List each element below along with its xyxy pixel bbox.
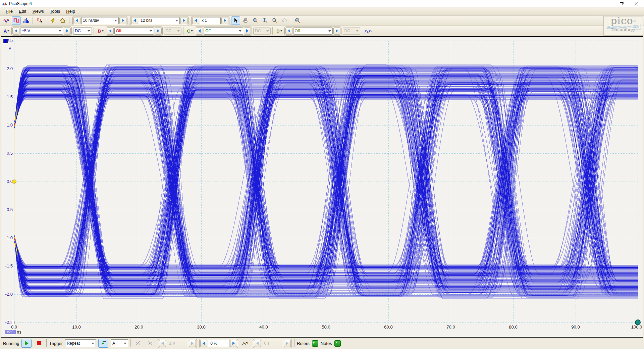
zoom-out-icon — [272, 18, 277, 23]
falling-edge-button[interactable] — [146, 339, 156, 348]
minimize-button[interactable] — [599, 0, 614, 7]
channel-c-range-up-button[interactable] — [244, 28, 251, 35]
close-button[interactable] — [629, 0, 644, 7]
pointer-tool-button[interactable] — [231, 16, 240, 25]
scope-view-button[interactable] — [2, 16, 11, 25]
auto-setup-button[interactable] — [48, 16, 57, 25]
timebase-increase-button[interactable] — [119, 17, 126, 24]
channel-b-range-group: Off — [106, 27, 163, 36]
channel-c-label[interactable]: C — [187, 29, 193, 34]
timebase-decrease-button[interactable] — [73, 17, 80, 24]
marquee-zoom-button[interactable] — [251, 16, 260, 25]
home-icon — [60, 18, 66, 23]
channel-b-label[interactable]: B — [98, 29, 103, 34]
trigger-source-select[interactable]: A — [111, 339, 128, 347]
rulers-button[interactable] — [312, 340, 318, 347]
menu-views[interactable]: Views — [29, 8, 47, 15]
x-tick: 80.0 — [509, 325, 517, 330]
delay-value[interactable]: 0 s — [262, 340, 283, 347]
pico-sub-text: Technology — [604, 28, 643, 32]
menu-help[interactable]: Help — [63, 8, 78, 15]
toolbar-separator — [94, 27, 94, 35]
pretrigger-value[interactable]: 0 % — [208, 340, 229, 347]
channel-b-range-up-button[interactable] — [155, 28, 162, 35]
timebase-select[interactable]: 10 ns/div — [81, 17, 119, 24]
notes-button[interactable] — [334, 340, 341, 347]
channel-d-range-up-button[interactable] — [333, 28, 340, 35]
pretrigger-down-button[interactable] — [200, 340, 207, 347]
trigger-time-button[interactable] — [240, 339, 251, 348]
run-button[interactable] — [21, 339, 32, 348]
channel-a-range-value: ±5 V — [22, 29, 30, 33]
add-view-icon — [37, 18, 43, 23]
step-left-icon — [15, 29, 17, 33]
edge-trigger-button[interactable] — [98, 339, 108, 348]
restore-button[interactable] — [614, 0, 629, 7]
resolution-decrease-button[interactable] — [131, 17, 138, 24]
zoom-out-button[interactable] — [270, 16, 279, 25]
hand-tool-button[interactable] — [241, 16, 250, 25]
channel-a-range-up-button[interactable] — [64, 28, 71, 35]
undo-zoom-button[interactable] — [280, 16, 289, 25]
rising-edge-button[interactable] — [133, 339, 143, 348]
menu-file[interactable]: File — [3, 8, 16, 15]
step-right-icon — [232, 342, 235, 345]
resolution-group: 12 bits — [130, 16, 189, 25]
zoom-decrease-button[interactable] — [192, 17, 199, 24]
channel-c-range-select[interactable]: Off — [204, 28, 243, 35]
zoom-in-icon — [262, 18, 268, 23]
x-tick: 0.0 — [11, 325, 17, 330]
channel-b-range-down-button[interactable] — [107, 28, 114, 35]
channel-c-coupling-value: DC — [255, 29, 261, 33]
marquee-zoom-icon — [253, 18, 258, 23]
resolution-select[interactable]: 12 bits — [139, 17, 180, 24]
home-button[interactable] — [58, 16, 67, 25]
channel-d-label[interactable]: D — [276, 29, 282, 34]
channel-a-range-down-button[interactable] — [12, 28, 19, 35]
channel-b-range-value: Off — [116, 29, 121, 33]
stop-button[interactable] — [34, 339, 44, 348]
status-separator — [294, 339, 294, 347]
spectrum-view-button[interactable] — [21, 16, 31, 25]
persistence-view-button[interactable] — [12, 16, 21, 25]
zoom-in-button[interactable] — [260, 16, 269, 25]
menu-edit[interactable]: Edit — [16, 8, 29, 15]
threshold-up-button[interactable] — [189, 340, 196, 347]
step-right-icon — [66, 29, 68, 33]
channel-a-range-select[interactable]: ±5 V — [20, 28, 63, 35]
channel-d-coupling-select[interactable]: DC — [343, 28, 360, 35]
pico-logo: pico® Technology — [603, 16, 643, 36]
pretrigger-up-button[interactable] — [230, 340, 237, 347]
channel-b-coupling-select[interactable]: DC — [164, 28, 181, 35]
threshold-value[interactable]: 1 V — [167, 340, 188, 347]
add-view-button[interactable] — [35, 16, 44, 25]
lightning-icon — [50, 18, 56, 23]
channel-a-label[interactable]: A — [4, 29, 9, 34]
zoom-factor-select[interactable]: x 1 — [200, 17, 221, 24]
channel-c-range-down-button[interactable] — [196, 28, 203, 35]
threshold-down-button[interactable] — [159, 340, 166, 347]
axis-end-handle[interactable] — [635, 319, 641, 325]
step-right-icon — [336, 29, 338, 33]
x-zoom-badge: x2.0 — [5, 330, 16, 334]
chevron-down-icon — [239, 30, 241, 32]
resolution-increase-button[interactable] — [180, 17, 187, 24]
trigger-mode-select[interactable]: Repeat — [65, 339, 96, 347]
math-channels-button[interactable] — [364, 27, 373, 35]
channel-d-range-down-button[interactable] — [285, 28, 292, 35]
channel-d-range-select[interactable]: Off — [293, 28, 333, 35]
toolbar-separator — [272, 27, 273, 35]
spectrum-view-icon — [23, 18, 29, 23]
zoom-full-button[interactable]: 100 — [293, 16, 302, 25]
channel-a-coupling-select[interactable]: DC — [73, 28, 92, 35]
zoom-increase-button[interactable] — [221, 17, 228, 24]
chevron-down-icon — [114, 20, 117, 21]
x-tick: 50.0 — [322, 325, 330, 330]
delay-up-button[interactable] — [284, 340, 291, 347]
channel-c-coupling-select[interactable]: DC — [253, 28, 271, 35]
menu-tools[interactable]: Tools — [47, 8, 63, 15]
x-tick: 70.0 — [446, 325, 455, 330]
delay-down-button[interactable] — [254, 340, 261, 347]
channel-b-range-select[interactable]: Off — [114, 28, 154, 35]
axis-origin-handle[interactable] — [11, 321, 14, 324]
